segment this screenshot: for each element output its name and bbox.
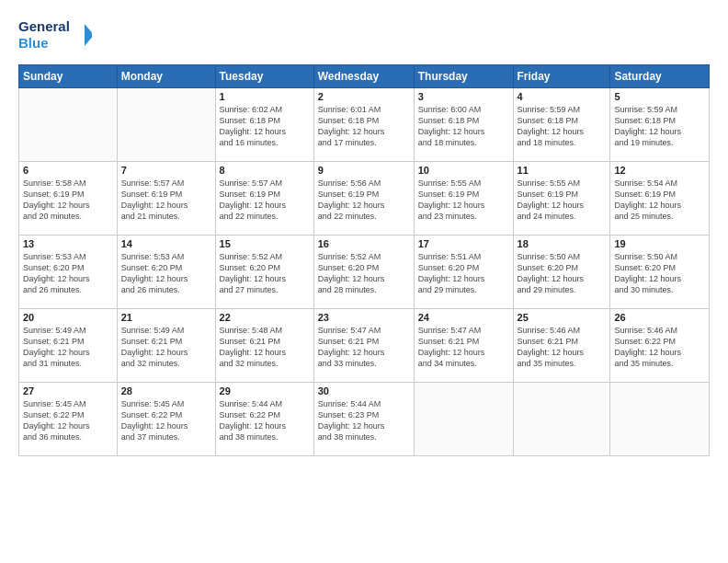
day-number: 13: [23, 238, 113, 249]
calendar-cell: 1Sunrise: 6:02 AM Sunset: 6:18 PM Daylig…: [215, 88, 313, 162]
week-row-4: 20Sunrise: 5:49 AM Sunset: 6:21 PM Dayli…: [19, 309, 710, 383]
day-number: 9: [318, 165, 410, 176]
day-info: Sunrise: 5:44 AM Sunset: 6:22 PM Dayligh…: [220, 398, 310, 443]
day-info: Sunrise: 5:55 AM Sunset: 6:19 PM Dayligh…: [418, 178, 509, 223]
day-number: 25: [518, 312, 607, 323]
day-info: Sunrise: 5:46 AM Sunset: 6:21 PM Dayligh…: [518, 325, 607, 370]
week-row-5: 27Sunrise: 5:45 AM Sunset: 6:22 PM Dayli…: [19, 383, 710, 456]
calendar-cell: 3Sunrise: 6:00 AM Sunset: 6:18 PM Daylig…: [414, 88, 513, 162]
day-number: 19: [614, 238, 705, 249]
calendar-cell: [19, 88, 118, 162]
calendar-cell: 22Sunrise: 5:48 AM Sunset: 6:21 PM Dayli…: [215, 309, 313, 383]
weekday-header-row: SundayMondayTuesdayWednesdayThursdayFrid…: [19, 65, 710, 88]
svg-text:Blue: Blue: [18, 35, 49, 51]
calendar-cell: 2Sunrise: 6:01 AM Sunset: 6:18 PM Daylig…: [313, 88, 414, 162]
day-number: 15: [220, 238, 310, 249]
calendar-cell: 12Sunrise: 5:54 AM Sunset: 6:19 PM Dayli…: [610, 162, 710, 236]
day-info: Sunrise: 5:45 AM Sunset: 6:22 PM Dayligh…: [121, 398, 211, 443]
day-info: Sunrise: 5:56 AM Sunset: 6:19 PM Dayligh…: [318, 178, 410, 223]
day-number: 29: [220, 385, 310, 396]
day-number: 3: [418, 91, 509, 102]
day-info: Sunrise: 5:57 AM Sunset: 6:19 PM Dayligh…: [220, 178, 310, 223]
day-number: 22: [220, 312, 310, 323]
calendar-cell: 18Sunrise: 5:50 AM Sunset: 6:20 PM Dayli…: [513, 236, 610, 309]
calendar-cell: 8Sunrise: 5:57 AM Sunset: 6:19 PM Daylig…: [215, 162, 313, 236]
calendar-cell: [414, 383, 513, 456]
day-info: Sunrise: 5:51 AM Sunset: 6:20 PM Dayligh…: [418, 251, 509, 296]
calendar-cell: 4Sunrise: 5:59 AM Sunset: 6:18 PM Daylig…: [513, 88, 610, 162]
day-info: Sunrise: 5:58 AM Sunset: 6:19 PM Dayligh…: [23, 178, 113, 223]
calendar-cell: [610, 383, 710, 456]
weekday-header-monday: Monday: [117, 65, 215, 88]
week-row-2: 6Sunrise: 5:58 AM Sunset: 6:19 PM Daylig…: [19, 162, 710, 236]
calendar-cell: 7Sunrise: 5:57 AM Sunset: 6:19 PM Daylig…: [117, 162, 215, 236]
day-number: 21: [121, 312, 211, 323]
day-info: Sunrise: 5:50 AM Sunset: 6:20 PM Dayligh…: [614, 251, 705, 296]
day-number: 2: [318, 91, 410, 102]
weekday-header-thursday: Thursday: [414, 65, 513, 88]
week-row-1: 1Sunrise: 6:02 AM Sunset: 6:18 PM Daylig…: [19, 88, 710, 162]
logo-svg: General Blue: [18, 15, 92, 55]
calendar-cell: 25Sunrise: 5:46 AM Sunset: 6:21 PM Dayli…: [513, 309, 610, 383]
day-info: Sunrise: 5:49 AM Sunset: 6:21 PM Dayligh…: [121, 325, 211, 370]
weekday-header-sunday: Sunday: [19, 65, 118, 88]
day-number: 1: [220, 91, 310, 102]
calendar-cell: 30Sunrise: 5:44 AM Sunset: 6:23 PM Dayli…: [313, 383, 414, 456]
day-info: Sunrise: 5:55 AM Sunset: 6:19 PM Dayligh…: [518, 178, 607, 223]
calendar-cell: 15Sunrise: 5:52 AM Sunset: 6:20 PM Dayli…: [215, 236, 313, 309]
day-number: 12: [614, 165, 705, 176]
day-info: Sunrise: 5:50 AM Sunset: 6:20 PM Dayligh…: [518, 251, 607, 296]
day-info: Sunrise: 6:01 AM Sunset: 6:18 PM Dayligh…: [318, 104, 410, 149]
weekday-header-wednesday: Wednesday: [313, 65, 414, 88]
weekday-header-friday: Friday: [513, 65, 610, 88]
day-info: Sunrise: 6:00 AM Sunset: 6:18 PM Dayligh…: [418, 104, 509, 149]
day-info: Sunrise: 5:45 AM Sunset: 6:22 PM Dayligh…: [23, 398, 113, 443]
day-info: Sunrise: 5:57 AM Sunset: 6:19 PM Dayligh…: [121, 178, 211, 223]
day-info: Sunrise: 5:53 AM Sunset: 6:20 PM Dayligh…: [121, 251, 211, 296]
weekday-header-saturday: Saturday: [610, 65, 710, 88]
calendar-cell: 9Sunrise: 5:56 AM Sunset: 6:19 PM Daylig…: [313, 162, 414, 236]
day-number: 5: [614, 91, 705, 102]
day-info: Sunrise: 5:59 AM Sunset: 6:18 PM Dayligh…: [518, 104, 607, 149]
day-number: 26: [614, 312, 705, 323]
calendar: SundayMondayTuesdayWednesdayThursdayFrid…: [18, 64, 710, 456]
calendar-cell: 24Sunrise: 5:47 AM Sunset: 6:21 PM Dayli…: [414, 309, 513, 383]
day-info: Sunrise: 5:47 AM Sunset: 6:21 PM Dayligh…: [418, 325, 509, 370]
day-info: Sunrise: 5:52 AM Sunset: 6:20 PM Dayligh…: [220, 251, 310, 296]
calendar-cell: 26Sunrise: 5:46 AM Sunset: 6:22 PM Dayli…: [610, 309, 710, 383]
calendar-cell: 27Sunrise: 5:45 AM Sunset: 6:22 PM Dayli…: [19, 383, 118, 456]
calendar-cell: 16Sunrise: 5:52 AM Sunset: 6:20 PM Dayli…: [313, 236, 414, 309]
calendar-cell: 21Sunrise: 5:49 AM Sunset: 6:21 PM Dayli…: [117, 309, 215, 383]
day-number: 11: [518, 165, 607, 176]
calendar-cell: 14Sunrise: 5:53 AM Sunset: 6:20 PM Dayli…: [117, 236, 215, 309]
day-number: 18: [518, 238, 607, 249]
day-number: 14: [121, 238, 211, 249]
calendar-cell: 29Sunrise: 5:44 AM Sunset: 6:22 PM Dayli…: [215, 383, 313, 456]
day-number: 24: [418, 312, 509, 323]
day-number: 6: [23, 165, 113, 176]
header: General Blue: [18, 15, 710, 55]
day-number: 17: [418, 238, 509, 249]
day-number: 16: [318, 238, 410, 249]
calendar-cell: 10Sunrise: 5:55 AM Sunset: 6:19 PM Dayli…: [414, 162, 513, 236]
weekday-header-tuesday: Tuesday: [215, 65, 313, 88]
day-info: Sunrise: 5:49 AM Sunset: 6:21 PM Dayligh…: [23, 325, 113, 370]
day-info: Sunrise: 5:54 AM Sunset: 6:19 PM Dayligh…: [614, 178, 705, 223]
calendar-cell: 13Sunrise: 5:53 AM Sunset: 6:20 PM Dayli…: [19, 236, 118, 309]
day-info: Sunrise: 5:59 AM Sunset: 6:18 PM Dayligh…: [614, 104, 705, 149]
day-number: 4: [518, 91, 607, 102]
calendar-cell: 5Sunrise: 5:59 AM Sunset: 6:18 PM Daylig…: [610, 88, 710, 162]
calendar-cell: 28Sunrise: 5:45 AM Sunset: 6:22 PM Dayli…: [117, 383, 215, 456]
calendar-cell: [513, 383, 610, 456]
day-number: 27: [23, 385, 113, 396]
day-info: Sunrise: 5:52 AM Sunset: 6:20 PM Dayligh…: [318, 251, 410, 296]
day-info: Sunrise: 5:48 AM Sunset: 6:21 PM Dayligh…: [220, 325, 310, 370]
day-info: Sunrise: 5:53 AM Sunset: 6:20 PM Dayligh…: [23, 251, 113, 296]
calendar-cell: 20Sunrise: 5:49 AM Sunset: 6:21 PM Dayli…: [19, 309, 118, 383]
day-info: Sunrise: 5:46 AM Sunset: 6:22 PM Dayligh…: [614, 325, 705, 370]
calendar-cell: 19Sunrise: 5:50 AM Sunset: 6:20 PM Dayli…: [610, 236, 710, 309]
day-number: 8: [220, 165, 310, 176]
day-info: Sunrise: 6:02 AM Sunset: 6:18 PM Dayligh…: [220, 104, 310, 149]
svg-marker-2: [85, 24, 92, 46]
day-number: 23: [318, 312, 410, 323]
